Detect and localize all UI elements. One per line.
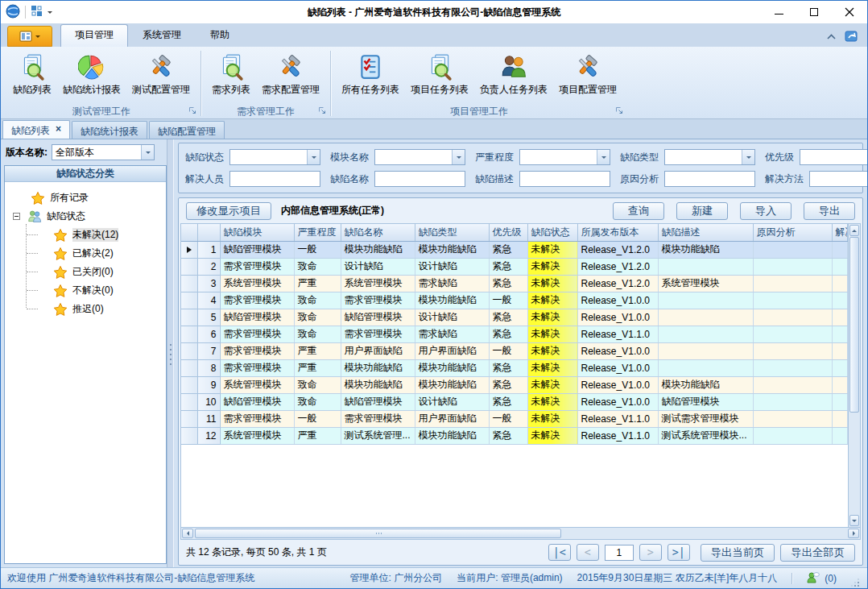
table-row[interactable]: 9 系统管理模块致命模块功能缺陷模块功能缺陷紧急未解决Release_V1.0.… — [181, 376, 848, 393]
document-tab-0[interactable]: 缺陷列表 × — [2, 120, 70, 139]
table-cell — [832, 359, 848, 376]
table-cell — [753, 393, 832, 410]
priority-combo[interactable] — [800, 149, 868, 165]
document-tab-1[interactable]: 缺陷统计报表 — [72, 121, 147, 139]
module-name-combo[interactable] — [374, 149, 465, 165]
cause-analysis-input[interactable] — [664, 171, 755, 187]
messages-count[interactable]: (0) — [825, 573, 837, 584]
version-combo[interactable]: 全部版本 — [52, 144, 155, 160]
resize-grip-icon[interactable] — [851, 579, 861, 588]
first-page-button[interactable]: |< — [548, 544, 571, 561]
dropdown-arrow-icon[interactable] — [452, 150, 465, 164]
horizontal-scroll-thumb[interactable] — [195, 529, 561, 538]
table-row[interactable]: 6 需求管理模块致命需求管理模块需求缺陷紧急未解决Release_V1.1.0 — [181, 326, 848, 342]
tree-item[interactable]: 已解决(2) — [5, 244, 166, 263]
sidebar-splitter[interactable] — [167, 139, 174, 567]
close-button[interactable] — [832, 2, 867, 23]
dropdown-arrow-icon[interactable] — [307, 150, 320, 164]
column-header[interactable]: 缺陷名称 — [341, 224, 415, 241]
column-header[interactable]: 缺陷模块 — [220, 224, 294, 241]
tree-item[interactable]: 已关闭(0) — [5, 263, 166, 281]
tree-item[interactable]: 所有记录 — [5, 189, 166, 207]
ribbon-tab-2[interactable]: 帮助 — [196, 24, 244, 47]
column-header[interactable]: 解决方法 — [832, 224, 848, 241]
vertical-scrollbar[interactable] — [848, 224, 860, 527]
column-header[interactable]: 优先级 — [489, 224, 527, 241]
vertical-scroll-thumb[interactable] — [849, 237, 859, 413]
table-row[interactable]: 11 需求管理模块一般需求管理模块用户界面缺陷一般未解决Release_V1.1… — [181, 410, 848, 427]
column-header[interactable]: 严重程度 — [294, 224, 341, 241]
project-config-mgmt-button[interactable]: 项目配置管理 — [554, 50, 622, 98]
dialog-launcher-icon[interactable] — [188, 106, 197, 115]
page-number-input[interactable] — [605, 545, 634, 561]
ribbon-tab-1[interactable]: 系统管理 — [128, 24, 196, 47]
export-all-pages-button[interactable]: 导出全部页 — [780, 544, 855, 562]
ribbon-right-tools — [826, 30, 867, 47]
new-button[interactable]: 新建 — [676, 202, 728, 220]
document-tab-2[interactable]: 缺陷配置管理 — [149, 121, 225, 139]
scroll-left-icon[interactable] — [182, 529, 193, 538]
solution-input[interactable] — [809, 171, 868, 187]
layout-grid-icon[interactable] — [31, 5, 43, 19]
tree-item[interactable]: 未解决(12) — [5, 226, 166, 244]
table-row[interactable]: 3 系统管理模块严重系统管理模块需求缺陷紧急未解决Release_V1.2.0系… — [181, 275, 848, 292]
next-page-button[interactable]: > — [639, 544, 662, 561]
dropdown-arrow-icon[interactable] — [597, 150, 610, 164]
close-tab-icon[interactable]: × — [56, 124, 61, 139]
dropdown-arrow-icon[interactable] — [141, 145, 154, 160]
table-row[interactable]: 8 需求管理模块严重模块功能缺陷模块功能缺陷紧急未解决Release_V1.0.… — [181, 359, 848, 376]
dialog-launcher-icon[interactable] — [615, 106, 624, 115]
dropdown-arrow-icon[interactable] — [48, 11, 52, 16]
table-row[interactable]: 5 缺陷管理模块致命缺陷管理模块设计缺陷紧急未解决Release_V1.0.0 — [181, 309, 848, 326]
scroll-up-icon[interactable] — [849, 225, 859, 236]
horizontal-scrollbar[interactable] — [180, 528, 861, 540]
help-icon[interactable] — [845, 30, 859, 43]
test-config-mgmt-button[interactable]: 测试配置管理 — [127, 50, 195, 98]
defect-stats-report-button[interactable]: 缺陷统计报表 — [58, 50, 126, 98]
dialog-launcher-icon[interactable] — [318, 106, 327, 115]
project-tasks-list-button[interactable]: 项目任务列表 — [406, 50, 473, 98]
column-header[interactable]: 缺陷类型 — [415, 224, 489, 241]
defect-list-button[interactable]: 缺陷列表 — [8, 50, 56, 98]
table-row[interactable]: 1 缺陷管理模块一般模块功能缺陷模块功能缺陷紧急未解决Release_V1.2.… — [181, 241, 848, 258]
resolver-input[interactable] — [229, 171, 320, 187]
table-row[interactable]: 2 需求管理模块致命设计缺陷设计缺陷紧急未解决Release_V1.2.0 — [181, 258, 848, 275]
export-button[interactable]: 导出 — [804, 202, 855, 220]
maximize-button[interactable] — [796, 2, 832, 23]
table-row[interactable]: 7 需求管理模块严重用户界面缺陷用户界面缺陷一般未解决Release_V1.0.… — [181, 342, 848, 359]
minimize-button[interactable] — [761, 2, 796, 23]
app-menu-button[interactable] — [7, 26, 52, 47]
dropdown-arrow-icon[interactable] — [742, 150, 754, 164]
table-row[interactable]: 4 需求管理模块致命需求管理模块模块功能缺陷一般未解决Release_V1.0.… — [181, 292, 848, 309]
severity-combo[interactable] — [519, 149, 610, 165]
messages-user-icon[interactable] — [807, 571, 820, 586]
defect-name-input[interactable] — [374, 171, 465, 187]
defect-type-combo[interactable] — [664, 149, 755, 165]
tree-item[interactable]: 缺陷状态 — [5, 207, 166, 226]
search-button[interactable]: 查询 — [613, 202, 664, 220]
tree-expander-icon[interactable] — [13, 213, 20, 220]
defect-description-input[interactable] — [519, 171, 610, 187]
column-header[interactable]: 原因分析 — [753, 224, 832, 241]
scroll-right-icon[interactable] — [848, 529, 859, 538]
import-button[interactable]: 导入 — [740, 202, 792, 220]
column-header[interactable]: 所属发布版本 — [577, 224, 658, 241]
table-row[interactable]: 12 系统管理模块严重测试系统管理...模块功能缺陷紧急未解决Release_V… — [181, 427, 848, 444]
column-header[interactable]: 缺陷状态 — [527, 224, 577, 241]
last-page-button[interactable]: >| — [668, 544, 690, 561]
export-current-page-button[interactable]: 导出当前页 — [701, 544, 775, 562]
all-tasks-list-button[interactable]: 所有任务列表 — [337, 50, 404, 98]
defect-status-combo[interactable] — [229, 149, 320, 165]
prev-page-button[interactable]: < — [577, 544, 599, 561]
requirement-list-button[interactable]: 需求列表 — [207, 50, 255, 98]
table-row[interactable]: 10 缺陷管理模块致命缺陷管理模块设计缺陷紧急未解决Release_V1.0.0… — [181, 393, 848, 410]
collapse-ribbon-icon[interactable] — [826, 33, 837, 40]
owner-tasks-list-button[interactable]: 负责人任务列表 — [475, 50, 552, 98]
column-header[interactable]: 缺陷描述 — [658, 224, 753, 241]
tree-item[interactable]: 推迟(0) — [5, 300, 166, 318]
requirement-config-mgmt-button[interactable]: 需求配置管理 — [257, 50, 324, 98]
scroll-down-icon[interactable] — [849, 515, 859, 526]
modify-displayed-columns-button[interactable]: 修改显示项目 — [186, 202, 271, 220]
tree-item[interactable]: 不解决(0) — [5, 281, 166, 300]
ribbon-tab-0[interactable]: 项目管理 — [60, 24, 128, 47]
